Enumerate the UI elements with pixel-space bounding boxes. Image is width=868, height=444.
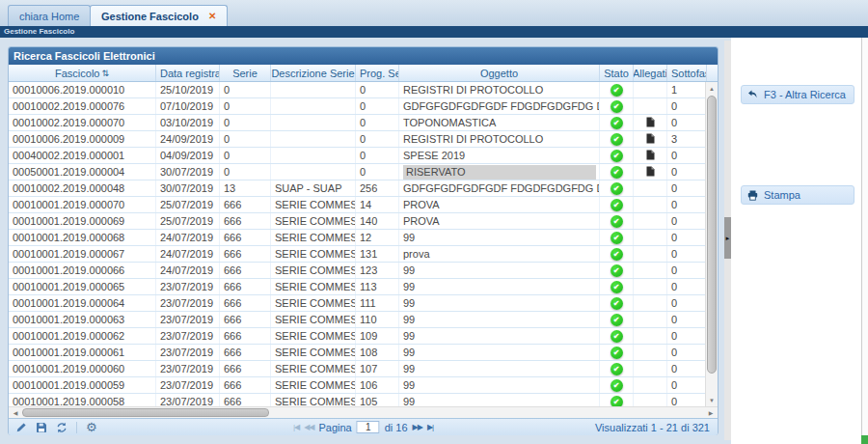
edit-button[interactable]: [15, 422, 27, 433]
cell-stato: ✔: [600, 361, 634, 376]
save-button[interactable]: [36, 422, 47, 433]
table-row[interactable]: 00010002.2019.00004830/07/201913SUAP - S…: [9, 180, 707, 197]
column-header-oggetto[interactable]: Oggetto: [399, 65, 600, 81]
cell-oggetto: prova: [399, 246, 600, 262]
column-header-descrizione-serie[interactable]: Descrizione Serie: [271, 65, 356, 81]
cell-data-registrazione: 30/07/2019: [156, 180, 220, 196]
cell-serie: 0: [220, 131, 271, 147]
cell-serie: 666: [220, 279, 271, 294]
cell-oggetto: 99: [399, 312, 600, 327]
table-row[interactable]: 00010002.2019.00007607/10/201900GDFGFGDF…: [9, 98, 707, 115]
splitter-collapse-handle[interactable]: ►: [724, 217, 731, 259]
table-row[interactable]: 00010001.2019.00006423/07/2019666SERIE C…: [9, 295, 707, 312]
table-row[interactable]: 00010001.2019.00006523/07/2019666SERIE C…: [9, 279, 707, 295]
cell-sottofascicoli: 0: [667, 295, 707, 311]
cell-serie: 666: [220, 213, 271, 229]
scroll-up-icon[interactable]: ▲: [706, 82, 718, 95]
cell-data-registrazione: 24/09/2019: [156, 131, 220, 147]
table-row[interactable]: 00010006.2019.00001025/10/201900REGISTRI…: [9, 82, 707, 98]
tab-close-icon[interactable]: ✕: [208, 11, 216, 21]
status-ok-icon: ✔: [610, 264, 623, 277]
f3-altra-ricerca-button[interactable]: F3 - Altra Ricerca: [741, 85, 854, 104]
table-row[interactable]: 00010006.2019.00000924/09/201900REGISTRI…: [9, 131, 707, 148]
cell-fascicolo: 00010001.2019.000065: [9, 279, 156, 294]
cell-oggetto: 99: [399, 279, 600, 294]
cell-sottofascicoli: 1: [667, 82, 707, 97]
cell-prog-serie: 131: [356, 246, 399, 262]
tab-label: Gestione Fascicolo: [101, 11, 199, 22]
cell-descrizione-serie: [271, 82, 356, 97]
cell-descrizione-serie: [271, 98, 356, 114]
main-content: Ricerca Fascicoli Elettronici Fascicolo⇅…: [0, 38, 868, 444]
table-row[interactable]: 00010001.2019.00006323/07/2019666SERIE C…: [9, 312, 707, 328]
cell-serie: 0: [220, 98, 271, 114]
page-label: Pagina: [318, 422, 351, 433]
bottom-toolbar: ⚙ |◀ ◀◀ Pagina di 16 ▶▶ ▶| Visualizzati …: [9, 418, 718, 435]
table-row[interactable]: 00010001.2019.00006123/07/2019666SERIE C…: [9, 345, 707, 361]
status-ok-icon: ✔: [610, 396, 623, 407]
table-row[interactable]: 00010001.2019.00006624/07/2019666SERIE C…: [9, 263, 707, 279]
cell-data-registrazione: 23/07/2019: [156, 295, 220, 311]
next-page-button[interactable]: ▶▶: [413, 423, 422, 431]
cell-serie: 13: [220, 180, 271, 196]
table-row[interactable]: 00040002.2019.00000104/09/201900SPESE 20…: [9, 148, 707, 164]
table-row[interactable]: 00010001.2019.00005823/07/2019666SERIE C…: [9, 394, 707, 406]
cell-descrizione-serie: SERIE COMMESSE - COM: [271, 230, 356, 245]
column-header-label: Oggetto: [480, 68, 518, 79]
last-page-button[interactable]: ▶|: [427, 423, 433, 431]
cell-prog-serie: 140: [356, 213, 399, 229]
cell-oggetto: 99: [399, 230, 600, 245]
cell-fascicolo: 00010002.2019.000070: [9, 115, 156, 130]
oggetto-text: 99: [403, 314, 599, 325]
scroll-right-icon[interactable]: ▶: [704, 407, 718, 418]
column-header-data-registrazione[interactable]: Data registrazione: [156, 65, 220, 81]
table-row[interactable]: 00010001.2019.00006824/07/2019666SERIE C…: [9, 230, 707, 246]
settings-button[interactable]: ⚙: [86, 422, 97, 433]
tab-chiara-home[interactable]: chiara Home: [8, 5, 91, 26]
prev-page-button[interactable]: ◀◀: [304, 423, 313, 431]
column-header-prog-serie[interactable]: Prog. Serie: [356, 65, 399, 81]
horizontal-scroll-thumb[interactable]: [22, 408, 269, 417]
pencil-icon: [15, 422, 27, 433]
table-row[interactable]: 00050001.2019.00000430/07/201900RISERVAT…: [9, 164, 707, 180]
table-row[interactable]: 00010002.2019.00007003/10/201900TOPONOMA…: [9, 115, 707, 131]
table-row[interactable]: 00010001.2019.00006023/07/2019666SERIE C…: [9, 361, 707, 377]
column-header-sottofascicoli[interactable]: Sottofascicoli: [667, 65, 707, 81]
table-row[interactable]: 00010001.2019.00007025/07/2019666SERIE C…: [9, 197, 707, 213]
column-header-label: Fascicolo: [55, 68, 99, 79]
refresh-button[interactable]: [56, 422, 68, 433]
column-header-allegati[interactable]: Allegati: [634, 65, 667, 81]
cell-allegati: [634, 295, 667, 311]
cell-allegati: [634, 230, 667, 245]
column-header-fascicolo[interactable]: Fascicolo⇅: [9, 65, 156, 81]
stampa-button[interactable]: Stampa: [741, 185, 854, 205]
cell-fascicolo: 00010001.2019.000058: [9, 394, 156, 406]
cell-allegati: [634, 164, 667, 180]
cell-serie: 666: [220, 377, 271, 393]
cell-sottofascicoli: 0: [667, 345, 707, 360]
cell-sottofascicoli: 0: [667, 197, 707, 212]
attachment-icon: [646, 150, 655, 162]
table-row[interactable]: 00010001.2019.00005923/07/2019666SERIE C…: [9, 377, 707, 394]
tab-gestione-fascicolo[interactable]: Gestione Fascicolo ✕: [90, 5, 228, 26]
cell-allegati: [634, 180, 667, 196]
cell-serie: 666: [220, 230, 271, 245]
scroll-down-icon[interactable]: ▼: [706, 394, 718, 406]
table-row[interactable]: 00010001.2019.00006724/07/2019666SERIE C…: [9, 246, 707, 263]
first-page-button[interactable]: |◀: [293, 423, 299, 431]
cell-fascicolo: 00010001.2019.000070: [9, 197, 156, 212]
panel-splitter[interactable]: ►: [724, 41, 731, 440]
scroll-left-icon[interactable]: ◀: [9, 407, 22, 418]
vertical-scrollbar[interactable]: ▲ ▼: [705, 82, 718, 406]
horizontal-scrollbar[interactable]: ◀ ▶: [9, 406, 718, 418]
vertical-scroll-thumb[interactable]: [707, 96, 717, 374]
table-row[interactable]: 00010001.2019.00006925/07/2019666SERIE C…: [9, 213, 707, 230]
column-header-serie[interactable]: Serie: [220, 65, 271, 81]
oggetto-text: 99: [403, 347, 599, 358]
cell-prog-serie: 256: [356, 180, 399, 196]
cell-descrizione-serie: SERIE COMMESSE - COM: [271, 394, 356, 406]
table-row[interactable]: 00010001.2019.00006223/07/2019666SERIE C…: [9, 328, 707, 345]
column-header-stato[interactable]: Stato: [600, 65, 634, 81]
attachment-icon: [646, 166, 655, 179]
page-input[interactable]: [357, 421, 380, 433]
